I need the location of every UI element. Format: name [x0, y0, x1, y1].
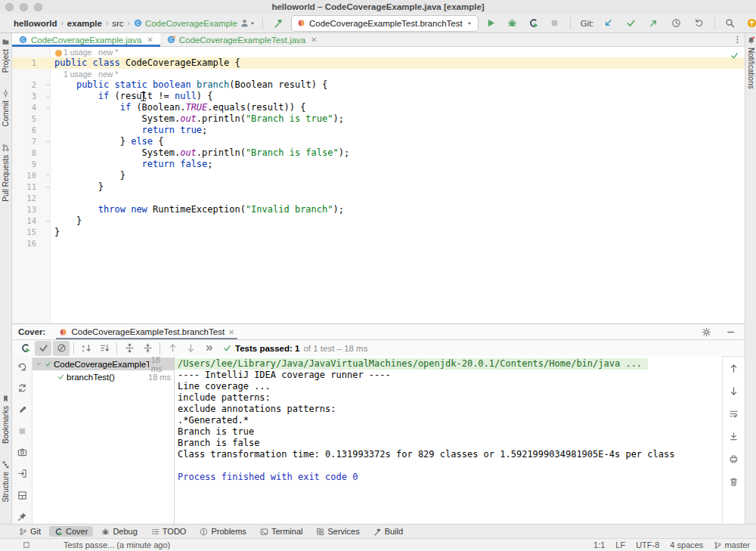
show-ignored-toggle[interactable] — [53, 341, 70, 356]
caret-position[interactable]: 1:1 — [593, 540, 605, 549]
fold-collapsed-icon[interactable] — [45, 184, 51, 190]
scroll-up-button[interactable] — [726, 361, 742, 376]
tool-window-button-cover[interactable]: Cover — [49, 526, 93, 537]
status-message[interactable]: Tests passe... (a minute ago) — [64, 540, 170, 549]
tool-window-button-git[interactable]: Git — [14, 526, 46, 537]
sort-by-duration-button[interactable] — [96, 341, 113, 356]
rerun-failed-tests-button[interactable] — [14, 381, 30, 395]
code-line[interactable]: 6 return true; — [12, 125, 745, 136]
collapse-all-button[interactable] — [139, 341, 156, 356]
run-with-coverage-button[interactable] — [525, 16, 542, 31]
tool-window-button-bookmarks[interactable]: Bookmarks — [2, 395, 10, 444]
clear-all-button[interactable] — [726, 474, 742, 489]
editor-tab[interactable]: CCodeCoverageExampleTest.java✕ — [160, 33, 324, 46]
code-line[interactable]: 10 } — [12, 170, 745, 181]
git-branch-widget[interactable]: master — [714, 540, 750, 549]
tool-window-button-terminal[interactable]: Terminal — [255, 526, 308, 537]
fold-collapsed-icon[interactable] — [45, 172, 51, 179]
profile-button[interactable] — [239, 16, 256, 31]
tool-window-button-todo[interactable]: TODO — [146, 526, 192, 537]
commit-button[interactable] — [623, 16, 640, 31]
stop-process-button[interactable] — [14, 424, 30, 438]
close-icon[interactable]: ✕ — [147, 36, 153, 44]
rerun-coverage-button[interactable] — [17, 341, 33, 356]
test-history-button[interactable]: 9 — [14, 360, 30, 374]
code-line[interactable]: 14 } — [12, 215, 745, 227]
stop-button[interactable] — [547, 16, 563, 31]
inspections-ok-icon[interactable] — [730, 51, 739, 60]
breadcrumb-item[interactable]: src — [110, 18, 125, 29]
coverage-settings-button[interactable] — [698, 324, 714, 339]
scroll-to-end-button[interactable] — [726, 429, 742, 444]
file-encoding[interactable]: UTF-8 — [636, 540, 659, 549]
code-line[interactable]: 12 — [12, 193, 745, 204]
window-icon[interactable] — [23, 541, 30, 549]
tool-window-button-debug[interactable]: Debug — [96, 526, 142, 537]
screenshot-button[interactable] — [14, 445, 30, 460]
breadcrumb-item[interactable]: CCodeCoverageExample — [132, 18, 239, 29]
update-project-button[interactable] — [600, 16, 617, 31]
tool-window-button-problems[interactable]: Problems — [194, 526, 251, 537]
more-actions-button[interactable] — [200, 341, 217, 356]
code-line[interactable]: 7 } else { — [12, 136, 745, 147]
code-line[interactable]: 8 System.out.println("Branch is false"); — [12, 147, 745, 159]
search-everywhere-button[interactable] — [722, 16, 739, 31]
indent-style[interactable]: 4 spaces — [670, 540, 703, 549]
code-line[interactable]: 11 } — [12, 181, 745, 193]
code-line[interactable]: 1public class CodeCoverageExample { — [12, 57, 745, 69]
close-icon[interactable]: ✕ — [228, 328, 234, 336]
fold-expanded-icon[interactable] — [45, 104, 51, 111]
run-button[interactable] — [483, 16, 500, 31]
build-project-button[interactable] — [270, 16, 287, 31]
tool-window-button-commit[interactable]: Commit — [2, 89, 10, 126]
history-button[interactable] — [668, 16, 685, 31]
fold-collapsed-icon[interactable] — [45, 138, 51, 145]
test-runner-settings-button[interactable] — [14, 403, 30, 417]
inlay-hint[interactable]: 1 usage new * — [50, 69, 118, 79]
tool-window-button-project[interactable]: Project — [2, 38, 10, 73]
tool-window-button-pull-requests[interactable]: Pull Requests — [2, 144, 10, 202]
tool-window-button-services[interactable]: Services — [311, 526, 364, 537]
print-button[interactable] — [726, 451, 742, 466]
tool-window-button-build[interactable]: Build — [368, 526, 408, 537]
editor-tab[interactable]: CCodeCoverageExample.java✕ — [12, 33, 160, 46]
run-configuration-select[interactable]: CodeCoverageExampleTest.branchTest — [291, 15, 479, 32]
push-button[interactable] — [646, 16, 662, 31]
soft-wrap-button[interactable] — [726, 406, 742, 421]
pin-tab-button[interactable] — [14, 509, 30, 524]
next-occurrence-button[interactable] — [182, 341, 199, 356]
fold-expanded-icon[interactable] — [45, 82, 51, 88]
run-console[interactable]: /Users/lee/Library/Java/JavaVirtualMachi… — [175, 356, 722, 524]
chevron-down-icon[interactable] — [36, 361, 42, 367]
import-tests-button[interactable] — [14, 466, 30, 481]
code-line[interactable]: 9 return false; — [12, 159, 745, 170]
test-tree[interactable]: CodeCoverageExampleTest18 msbranchTest()… — [33, 356, 175, 524]
code-line[interactable]: 15} — [12, 227, 745, 238]
coverage-tab[interactable]: CodeCoverageExampleTest.branchTest ✕ — [56, 324, 237, 339]
scroll-down-button[interactable] — [726, 383, 742, 398]
tool-window-button-structure[interactable]: Structure — [2, 460, 10, 503]
code-line[interactable]: 2 public static boolean branch(Boolean r… — [12, 79, 745, 91]
tool-window-button-notifications[interactable]: Notifications — [747, 36, 755, 88]
code-line[interactable]: 4 if (Boolean.TRUE.equals(result)) { — [12, 102, 745, 113]
debug-button[interactable] — [504, 16, 521, 31]
test-tree-row[interactable]: CodeCoverageExampleTest18 ms — [33, 358, 174, 370]
layout-settings-button[interactable] — [14, 488, 30, 503]
line-separator[interactable]: LF — [615, 540, 625, 549]
sort-alphabetically-button[interactable]: az — [78, 341, 94, 356]
test-tree-row[interactable]: branchTest()18 ms — [33, 370, 174, 383]
expand-all-button[interactable] — [121, 341, 138, 356]
fold-expanded-icon[interactable] — [45, 93, 51, 100]
fold-collapsed-icon[interactable] — [45, 218, 51, 224]
breadcrumb-item[interactable]: example — [66, 18, 104, 29]
tab-options-kebab-icon[interactable] — [733, 35, 742, 45]
close-icon[interactable]: ✕ — [311, 36, 317, 44]
code-line[interactable]: 5 System.out.println("Branch is true"); — [12, 113, 745, 125]
rollback-button[interactable] — [691, 16, 708, 31]
code-line[interactable]: 13 throw new RuntimeException("Invalid b… — [12, 204, 745, 215]
breadcrumb-item[interactable]: helloworld — [12, 18, 59, 29]
ide-updates-button[interactable] — [744, 16, 756, 31]
code-line[interactable]: 16 — [12, 238, 745, 249]
code-editor[interactable]: 1 usage new *1public class CodeCoverageE… — [12, 47, 745, 323]
code-line[interactable]: 3 if (result != null) { — [12, 91, 745, 102]
